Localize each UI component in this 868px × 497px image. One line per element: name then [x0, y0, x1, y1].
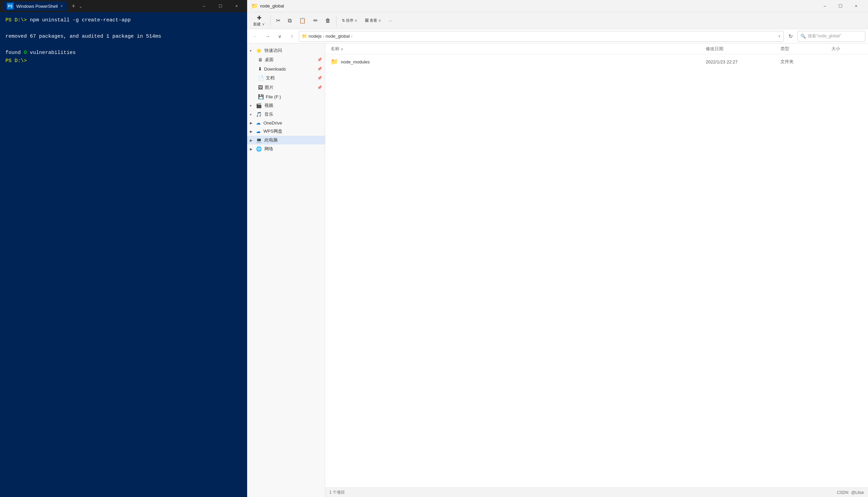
sidebar-group-network[interactable]: ▶ 🌐 网络: [247, 144, 325, 153]
back-button[interactable]: ←: [250, 31, 261, 42]
new-icon: ✚: [257, 15, 261, 21]
exp-window-controls: – ☐ ×: [817, 1, 864, 12]
ps-line-5: found 0 vulnerabilities: [5, 49, 242, 57]
sidebar-group-music[interactable]: ▾ 🎵 音乐: [247, 110, 325, 119]
litse-label: @Litse: [851, 490, 864, 495]
ps-line-3: removed 67 packages, and audited 1 packa…: [5, 32, 242, 41]
paste-icon: 📋: [299, 17, 306, 24]
table-row[interactable]: 📁 node_modules 2022/1/23 22:27 文件夹: [325, 56, 868, 68]
desktop-label: 桌面: [265, 57, 274, 63]
sidebar-item-desktop[interactable]: 🖥 桌面 📌: [247, 55, 325, 65]
cut-button[interactable]: ✂: [272, 16, 284, 25]
toolbar-divider-1: [270, 15, 270, 26]
exp-file-list: 📁 node_modules 2022/1/23 22:27 文件夹: [325, 54, 868, 487]
sidebar-item-downloads[interactable]: ⬇ Downloads 📌: [247, 65, 325, 73]
wps-chevron: ▶: [250, 130, 255, 133]
documents-pin-icon: 📌: [317, 76, 322, 81]
new-label: 新建 ∨: [253, 22, 265, 27]
exp-title: node_global: [260, 3, 817, 9]
path-folder-icon: 📁: [302, 33, 307, 39]
pictures-pin-icon: 📌: [317, 85, 322, 90]
ps-minimize-btn[interactable]: –: [196, 1, 212, 12]
ps-add-tab[interactable]: +: [72, 3, 75, 10]
ps-tab[interactable]: PS Windows PowerShell ×: [3, 1, 67, 11]
sidebar-group-quick-access[interactable]: ▾ ⭐ 快速访问: [247, 46, 325, 55]
documents-label: 文档: [266, 75, 275, 81]
network-chevron: ▶: [250, 147, 255, 151]
ps-cmd-1: npm uninstall -g create-react-app: [27, 17, 131, 23]
onedrive-icon: ☁: [256, 120, 261, 126]
cut-icon: ✂: [276, 17, 280, 24]
file-name-cell: 📁 node_modules: [328, 58, 706, 66]
dropdown-button[interactable]: ∨: [274, 31, 285, 42]
exp-sidebar: ▾ ⭐ 快速访问 🖥 桌面 📌 ⬇ Downloads 📌 📄 文档 📌 🖼: [247, 43, 325, 497]
delete-button[interactable]: 🗑: [322, 16, 334, 25]
ps-arrow[interactable]: ⌄: [79, 4, 83, 9]
documents-icon: 📄: [258, 75, 264, 81]
col-type[interactable]: 类型: [781, 46, 831, 52]
more-button[interactable]: ···: [385, 17, 395, 24]
ps-prompt-2: PS D:\>: [5, 58, 27, 64]
rename-icon: ✏: [313, 17, 318, 24]
exp-minimize-btn[interactable]: –: [817, 1, 833, 12]
path-breadcrumb-node-global: node_global: [325, 33, 350, 39]
ps-close-btn[interactable]: ×: [229, 1, 244, 12]
exp-maximize-btn[interactable]: ☐: [833, 1, 848, 12]
path-sep-1: ›: [323, 34, 324, 39]
ps-maximize-btn[interactable]: ☐: [212, 1, 228, 12]
powershell-panel: PS Windows PowerShell × + ⌄ – ☐ × PS D:\…: [0, 0, 247, 497]
col-size[interactable]: 大小: [831, 46, 865, 52]
downloads-label: Downloads: [264, 67, 286, 72]
music-chevron: ▾: [250, 113, 255, 116]
ps-prompt-1: PS D:\>: [5, 17, 27, 23]
status-count: 1 个项目: [329, 489, 345, 495]
col-date[interactable]: 修改日期: [706, 46, 781, 52]
ps-content[interactable]: PS D:\> npm uninstall -g create-react-ap…: [0, 12, 247, 497]
sidebar-item-pictures[interactable]: 🖼 图片 📌: [247, 83, 325, 92]
sidebar-group-onedrive[interactable]: ▶ ☁ OneDrive: [247, 119, 325, 127]
sidebar-group-videos[interactable]: ▾ 🎬 视频: [247, 101, 325, 110]
this-pc-chevron: ▶: [250, 138, 255, 142]
exp-addressbar: ← → ∨ ↑ 📁 nodejs › node_global › ∨ ↻ 🔍 搜…: [247, 29, 868, 43]
folder-icon: 📁: [331, 58, 338, 66]
path-dropdown[interactable]: ∨: [778, 34, 781, 38]
view-button[interactable]: ☰ 查看 ∨: [362, 17, 384, 25]
exp-app-icon: 📁: [251, 3, 258, 9]
this-pc-label: 此电脑: [264, 137, 278, 143]
sort-label: ⇅ 排序 ∨: [342, 18, 358, 23]
wps-label: WPS网盘: [263, 128, 282, 134]
exp-toolbar: ✚ 新建 ∨ ✂ ⧉ 📋 ✏ 🗑 ⇅ 排序 ∨ ☰ 查看 ∨ ···: [247, 12, 868, 29]
pictures-icon: 🖼: [258, 85, 263, 90]
sidebar-group-this-pc[interactable]: ▶ 💻 此电脑: [247, 136, 325, 144]
more-label: ···: [389, 19, 392, 23]
quick-access-icon: ⭐: [256, 48, 262, 53]
ps-tab-close[interactable]: ×: [60, 4, 63, 9]
sidebar-item-file-f[interactable]: 💾 File (F:): [247, 92, 325, 101]
rename-button[interactable]: ✏: [310, 16, 321, 25]
exp-statusbar: 1 个项目 CSDN @Litse: [325, 487, 868, 497]
column-header: 名称 ∧ 修改日期 类型 大小: [325, 43, 868, 54]
desktop-pin-icon: 📌: [317, 57, 322, 62]
col-name[interactable]: 名称 ∧: [328, 46, 706, 52]
downloads-pin-icon: 📌: [317, 67, 322, 71]
sidebar-item-documents[interactable]: 📄 文档 📌: [247, 73, 325, 83]
search-placeholder: 搜索"node_global": [808, 33, 841, 39]
refresh-button[interactable]: ↻: [785, 31, 796, 42]
exp-close-btn[interactable]: ×: [848, 1, 864, 12]
new-button[interactable]: ✚ 新建 ∨: [250, 13, 268, 28]
up-button[interactable]: ↑: [286, 31, 297, 42]
network-icon: 🌐: [256, 146, 262, 152]
videos-chevron: ▾: [250, 104, 255, 108]
sort-button[interactable]: ⇅ 排序 ∨: [338, 17, 361, 25]
music-icon: 🎵: [256, 112, 262, 117]
this-pc-icon: 💻: [256, 138, 262, 143]
copy-button[interactable]: ⧉: [284, 16, 295, 25]
videos-icon: 🎬: [256, 103, 262, 108]
sidebar-group-wps[interactable]: ▶ ☁ WPS网盘: [247, 127, 325, 136]
search-box[interactable]: 🔍 搜索"node_global": [797, 31, 865, 42]
forward-button[interactable]: →: [262, 31, 273, 42]
ps-line-1: PS D:\> npm uninstall -g create-react-ap…: [5, 16, 242, 25]
address-path[interactable]: 📁 nodejs › node_global › ∨: [299, 31, 784, 42]
paste-button[interactable]: 📋: [296, 16, 309, 25]
ps-found-prefix: found: [5, 50, 24, 56]
